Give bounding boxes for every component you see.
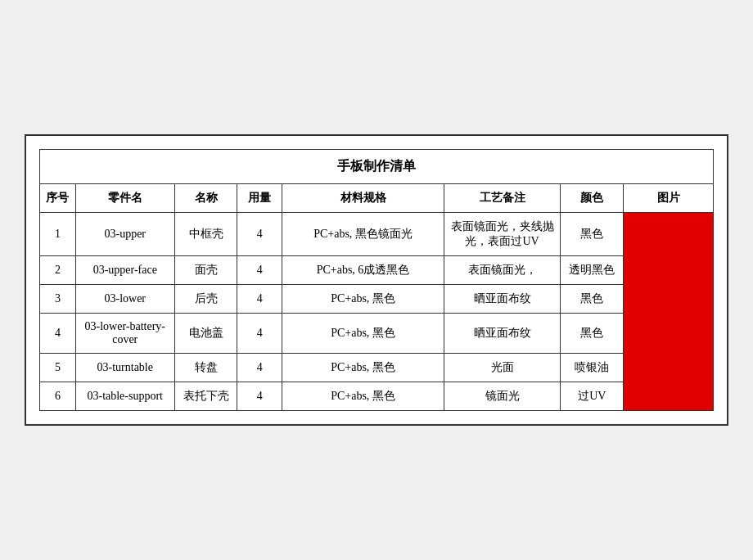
cell-color: 黑色 (561, 285, 624, 314)
table-title: 手板制作清单 (39, 149, 714, 183)
cell-process: 光面 (444, 354, 561, 382)
cell-process: 晒亚面布纹 (444, 314, 561, 354)
table-row: 103-upper中框壳4PC+abs, 黑色镜面光表面镜面光，夹线抛光，表面过… (40, 213, 714, 256)
cell-part: 03-upper-face (75, 256, 174, 285)
cell-spec: PC+abs, 黑色镜面光 (282, 213, 444, 256)
cell-seq: 2 (40, 256, 76, 285)
header-row: 序号 零件名 名称 用量 材料规格 工艺备注 颜色 图片 (40, 184, 714, 213)
cell-name: 表托下壳 (174, 382, 237, 411)
cell-spec: PC+abs, 黑色 (282, 382, 444, 411)
cell-spec: PC+abs, 黑色 (282, 354, 444, 382)
cell-spec: PC+abs, 黑色 (282, 314, 444, 354)
cell-qty: 4 (237, 354, 282, 382)
cell-qty: 4 (237, 256, 282, 285)
cell-qty: 4 (237, 314, 282, 354)
main-table: 序号 零件名 名称 用量 材料规格 工艺备注 颜色 图片 103-upper中框… (39, 183, 714, 411)
cell-color: 黑色 (561, 213, 624, 256)
cell-seq: 6 (40, 382, 76, 411)
table-row: 603-table-support表托下壳4PC+abs, 黑色镜面光过UV (40, 382, 714, 411)
cell-color: 透明黑色 (561, 256, 624, 285)
cell-qty: 4 (237, 213, 282, 256)
cell-part: 03-lower-battery-cover (75, 314, 174, 354)
cell-color: 过UV (561, 382, 624, 411)
cell-process: 表面镜面光， (444, 256, 561, 285)
header-qty: 用量 (237, 184, 282, 213)
cell-name: 面壳 (174, 256, 237, 285)
cell-color: 黑色 (561, 314, 624, 354)
cell-part: 03-lower (75, 285, 174, 314)
cell-seq: 5 (40, 354, 76, 382)
cell-seq: 3 (40, 285, 76, 314)
image-cell (624, 213, 714, 411)
cell-name: 转盘 (174, 354, 237, 382)
table-row: 403-lower-battery-cover电池盖4PC+abs, 黑色晒亚面… (40, 314, 714, 354)
header-part: 零件名 (75, 184, 174, 213)
header-process: 工艺备注 (444, 184, 561, 213)
cell-name: 电池盖 (174, 314, 237, 354)
cell-seq: 1 (40, 213, 76, 256)
cell-part: 03-table-support (75, 382, 174, 411)
cell-qty: 4 (237, 285, 282, 314)
cell-spec: PC+abs, 6成透黑色 (282, 256, 444, 285)
table-row: 303-lower后壳4PC+abs, 黑色晒亚面布纹黑色 (40, 285, 714, 314)
cell-name: 中框壳 (174, 213, 237, 256)
table-row: 503-turntable转盘4PC+abs, 黑色光面喷银油 (40, 354, 714, 382)
cell-seq: 4 (40, 314, 76, 354)
cell-qty: 4 (237, 382, 282, 411)
header-seq: 序号 (40, 184, 76, 213)
cell-process: 镜面光 (444, 382, 561, 411)
cell-part: 03-upper (75, 213, 174, 256)
cell-name: 后壳 (174, 285, 237, 314)
table-row: 203-upper-face面壳4PC+abs, 6成透黑色表面镜面光，透明黑色 (40, 256, 714, 285)
header-img: 图片 (624, 184, 714, 213)
page-container: 手板制作清单 序号 零件名 名称 用量 材料规格 工艺备注 颜色 图片 103-… (25, 134, 728, 426)
header-name: 名称 (174, 184, 237, 213)
header-spec: 材料规格 (282, 184, 444, 213)
cell-process: 表面镜面光，夹线抛光，表面过UV (444, 213, 561, 256)
cell-process: 晒亚面布纹 (444, 285, 561, 314)
cell-spec: PC+abs, 黑色 (282, 285, 444, 314)
cell-color: 喷银油 (561, 354, 624, 382)
cell-part: 03-turntable (75, 354, 174, 382)
header-color: 颜色 (561, 184, 624, 213)
